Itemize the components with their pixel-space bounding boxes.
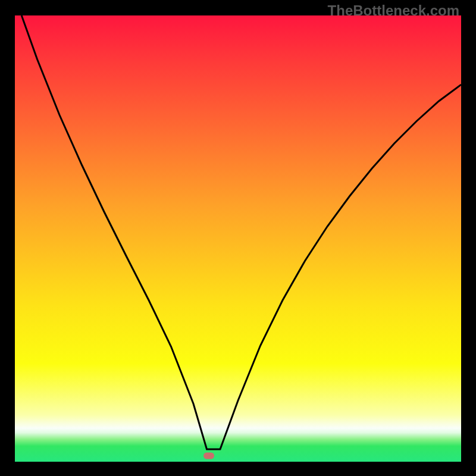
bottleneck-curve: [21, 15, 461, 449]
chart-container: TheBottleneck.com: [0, 0, 476, 476]
optimum-marker: [203, 452, 214, 459]
watermark-text: TheBottleneck.com: [328, 2, 459, 19]
curve-svg: [15, 15, 461, 462]
plot-area: [15, 15, 461, 462]
